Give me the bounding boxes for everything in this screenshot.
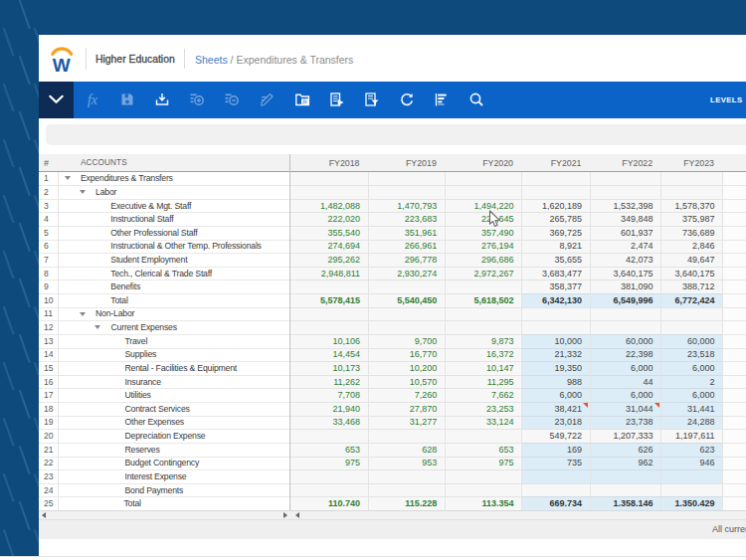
svg-text:W: W [53,55,71,73]
svg-text:fx: fx [88,93,98,107]
svg-text:fx: fx [302,98,307,104]
